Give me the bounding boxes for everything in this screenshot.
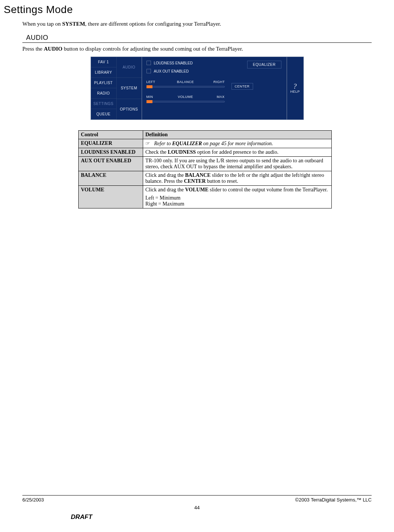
volume-slider[interactable]	[146, 100, 225, 103]
help-icon: ?	[293, 83, 297, 90]
help-label: HELP	[290, 90, 300, 93]
ctl-equalizer: EQUALIZER	[79, 139, 143, 148]
intro-bold: SYSTEM	[62, 21, 85, 27]
bal-b1: BALANCE	[185, 172, 211, 178]
audio-bold: AUDIO	[44, 46, 63, 52]
def-loudness: Check the LOUDNESS option for added pres…	[143, 148, 332, 157]
volume-label: VOLUME	[158, 95, 214, 99]
loudness-checkbox[interactable]	[146, 61, 151, 65]
balance-right-label: RIGHT	[214, 80, 225, 84]
loudness-label: LOUDNESS ENABLED	[154, 61, 193, 65]
vol-pre: Click and drag the	[145, 187, 185, 192]
aux-checkbox[interactable]	[146, 69, 151, 73]
tab-system[interactable]: SYSTEM	[117, 78, 142, 99]
tab-audio[interactable]: AUDIO	[117, 57, 142, 78]
loud-post: option for added presence to the audio.	[196, 149, 278, 155]
ctl-volume: VOLUME	[79, 186, 143, 208]
balance-left-label: LEFT	[146, 80, 158, 84]
nav-queue[interactable]: QUEUE	[91, 109, 117, 120]
balance-slider[interactable]	[146, 85, 225, 88]
ctl-aux: AUX OUT ENABLED	[79, 157, 143, 171]
aux-label: AUX OUT ENABLED	[154, 69, 189, 73]
nav-playlist[interactable]: PLAYLIST	[91, 78, 117, 88]
help-column[interactable]: ? HELP	[287, 57, 303, 120]
bal-post: button to reset.	[206, 178, 238, 184]
def-volume: Click and drag the VOLUME slider to cont…	[143, 186, 332, 208]
bal-pre: Click and drag the	[145, 172, 185, 178]
loud-pre: Check the	[145, 149, 168, 155]
tab-options[interactable]: OPTIONS	[117, 99, 142, 120]
ctl-balance: BALANCE	[79, 171, 143, 186]
table-row: VOLUME Click and drag the VOLUME slider …	[79, 186, 332, 208]
page-number: 44	[22, 505, 372, 510]
table-row: EQUALIZER ☞ Refer to EQUALIZER on page 4…	[79, 139, 332, 148]
eq-pre: Refer to	[154, 141, 172, 146]
nav-fav1[interactable]: FAV 1	[91, 57, 117, 67]
page-footer: 6/25/2003 ©2003 TerraDigital Systems,™ L…	[22, 495, 372, 521]
eq-post: on page 45 for more information.	[202, 141, 273, 146]
nav-settings[interactable]: SETTINGS	[91, 99, 117, 109]
bal-b2: CENTER	[184, 178, 205, 184]
def-equalizer: ☞ Refer to EQUALIZER on page 45 for more…	[143, 139, 332, 148]
nav-library[interactable]: LIBRARY	[91, 67, 117, 78]
th-definition: Definition	[143, 131, 332, 139]
table-row: LOUDNESS ENABLED Check the LOUDNESS opti…	[79, 148, 332, 157]
intro-post: , there are different options for config…	[85, 21, 221, 27]
audio-post: button to display controls for adjusting…	[63, 46, 243, 52]
center-button[interactable]: CENTER	[231, 83, 253, 90]
intro-text: When you tap on SYSTEM, there are differ…	[22, 21, 372, 27]
table-row: BALANCE Click and drag the BALANCE slide…	[79, 171, 332, 186]
definitions-table: Control Definition EQUALIZER ☞ Refer to …	[78, 130, 332, 208]
balance-label: BALANCE	[158, 80, 214, 84]
audio-pre: Press the	[22, 46, 44, 52]
vol-l2: Right = Maximum	[145, 201, 329, 207]
def-balance: Click and drag the BALANCE slider to the…	[143, 171, 332, 186]
page-title: Settings Mode	[4, 4, 372, 16]
footer-copyright: ©2003 TerraDigital Systems,™ LLC	[295, 497, 372, 503]
intro-pre: When you tap on	[22, 21, 62, 27]
th-control: Control	[79, 131, 143, 139]
vol-mid: slider to control the output volume from…	[208, 187, 328, 192]
ctl-loudness: LOUDNESS ENABLED	[79, 148, 143, 157]
tab-column: AUDIO SYSTEM OPTIONS	[117, 57, 142, 120]
equalizer-button[interactable]: EQUALIZER	[247, 61, 281, 69]
vol-bold: VOLUME	[185, 187, 209, 192]
audio-intro: Press the AUDIO button to display contro…	[22, 46, 372, 52]
eq-bold: EQUALIZER	[172, 141, 202, 146]
vol-l1: Left = Minimum	[145, 195, 329, 201]
volume-max-label: MAX	[214, 95, 225, 99]
nav-radio[interactable]: RADIO	[91, 88, 117, 99]
nav-column: FAV 1 LIBRARY PLAYLIST RADIO SETTINGS QU…	[91, 57, 117, 120]
device-screenshot: FAV 1 LIBRARY PLAYLIST RADIO SETTINGS QU…	[91, 57, 304, 120]
loud-bold: LOUDNESS	[168, 149, 196, 155]
def-aux: TR-100 only. If you are using the L/R st…	[143, 157, 332, 171]
pointer-icon: ☞	[145, 140, 153, 147]
footer-date: 6/25/2003	[22, 497, 44, 503]
volume-min-label: MIN	[146, 95, 158, 99]
draft-watermark: DRAFT	[71, 513, 372, 521]
table-row: AUX OUT ENABLED TR-100 only. If you are …	[79, 157, 332, 171]
device-main: EQUALIZER LOUDNESS ENABLED AUX OUT ENABL…	[142, 57, 287, 120]
section-heading-audio: AUDIO	[26, 34, 372, 42]
